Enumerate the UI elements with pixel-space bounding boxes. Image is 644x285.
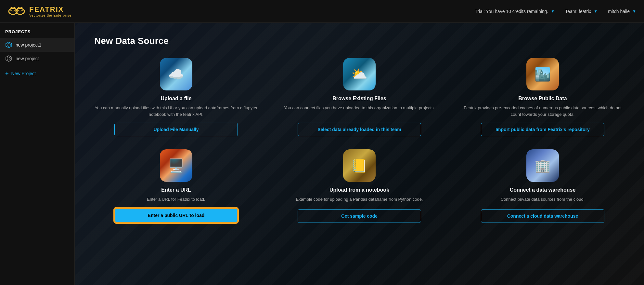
project-icon-active <box>5 41 12 48</box>
upload-file-icon: ☁️ <box>160 58 192 90</box>
logo-text: FEATRIX Vectorize the Enterprise <box>29 5 71 17</box>
app-header: FEATRIX Vectorize the Enterprise Trial: … <box>0 0 644 23</box>
card-title-upload-file: Upload a file <box>161 96 191 102</box>
logo-area: FEATRIX Vectorize the Enterprise <box>8 3 71 20</box>
team-text: Team: featrix <box>565 9 591 14</box>
card-desc-connect-warehouse: Connect private data sources from the cl… <box>501 196 585 204</box>
header-right: Trial: You have 10 credits remaining. ▼ … <box>475 9 636 14</box>
card-desc-browse-public: Featrix provides pre-encoded caches of n… <box>461 105 625 117</box>
upload-file-button[interactable]: Upload File Manually <box>114 123 238 136</box>
featrix-logo-icon <box>8 3 25 20</box>
card-browse-existing: ⛅ Browse Existing Files You can connect … <box>277 58 441 136</box>
trial-info[interactable]: Trial: You have 10 credits remaining. ▼ <box>475 9 555 14</box>
svg-marker-6 <box>6 56 12 61</box>
card-desc-upload-file: You can manually upload files with this … <box>94 105 258 117</box>
card-upload-notebook: 📒 Upload from a notebook Example code fo… <box>277 149 441 223</box>
sidebar-item-new-project1[interactable]: new project1 <box>0 38 74 52</box>
card-title-browse-public: Browse Public Data <box>518 96 567 102</box>
card-browse-public: 🏙️ Browse Public Data Featrix provides p… <box>461 58 625 136</box>
page-title: New Data Source <box>94 36 625 46</box>
sidebar-item-new-project[interactable]: new project <box>0 52 74 65</box>
user-info[interactable]: mitch haile ▼ <box>608 9 636 14</box>
card-connect-warehouse: 🏢 Connect a data warehouse Connect priva… <box>461 149 625 223</box>
user-text: mitch haile <box>608 9 630 14</box>
sidebar: PROJECTS new project1 new project + New … <box>0 23 75 285</box>
enter-url-button[interactable]: Enter a public URL to load <box>114 208 238 223</box>
main-content: New Data Source ☁️ Upload a file You can… <box>75 23 644 285</box>
card-icon-upload-file: ☁️ <box>160 58 192 90</box>
svg-marker-4 <box>6 42 12 48</box>
card-title-enter-url: Enter a URL <box>161 187 191 193</box>
card-title-connect-warehouse: Connect a data warehouse <box>510 187 576 193</box>
card-desc-upload-notebook: Example code for uploading a Pandas data… <box>296 196 423 204</box>
app-body: PROJECTS new project1 new project + New … <box>0 23 644 285</box>
svg-marker-5 <box>7 43 10 47</box>
browse-public-icon: 🏙️ <box>526 58 559 90</box>
card-icon-enter-url: 🖥️ <box>160 149 192 182</box>
trial-text: Trial: You have 10 credits remaining. <box>475 9 548 14</box>
card-icon-upload-notebook: 📒 <box>343 149 376 182</box>
logo-subtitle: Vectorize the Enterprise <box>29 14 71 17</box>
connect-warehouse-icon: 🏢 <box>526 149 559 182</box>
card-icon-connect-warehouse: 🏢 <box>526 149 559 182</box>
user-dropdown-icon[interactable]: ▼ <box>632 9 636 14</box>
card-title-upload-notebook: Upload from a notebook <box>329 187 389 193</box>
sidebar-item-label: new project <box>16 56 39 61</box>
browse-existing-icon: ⛅ <box>343 58 376 90</box>
enter-url-icon: 🖥️ <box>160 149 192 182</box>
card-icon-browse-existing: ⛅ <box>343 58 376 90</box>
card-grid: ☁️ Upload a file You can manually upload… <box>94 58 625 223</box>
sidebar-item-label: new project1 <box>16 42 41 48</box>
trial-dropdown-icon[interactable]: ▼ <box>551 9 555 14</box>
team-info[interactable]: Team: featrix ▼ <box>565 9 598 14</box>
card-upload-file: ☁️ Upload a file You can manually upload… <box>94 58 258 136</box>
new-project-label: New Project <box>11 71 36 76</box>
card-desc-browse-existing: You can connect files you have uploaded … <box>284 105 435 117</box>
connect-warehouse-button[interactable]: Connect a cloud data warehouse <box>481 209 604 223</box>
browse-existing-button[interactable]: Select data already loaded in this team <box>298 123 421 136</box>
card-enter-url: 🖥️ Enter a URL Enter a URL for Featrix t… <box>94 149 258 223</box>
card-title-browse-existing: Browse Existing Files <box>332 96 386 102</box>
team-dropdown-icon[interactable]: ▼ <box>594 9 598 14</box>
browse-public-button[interactable]: Import public data from Featrix's reposi… <box>481 123 604 136</box>
card-icon-browse-public: 🏙️ <box>526 58 559 90</box>
upload-notebook-button[interactable]: Get sample code <box>298 209 421 223</box>
upload-notebook-icon: 📒 <box>343 149 376 182</box>
project-icon <box>5 55 12 62</box>
new-project-plus-icon: + <box>5 70 9 77</box>
new-project-button[interactable]: + New Project <box>0 65 74 81</box>
card-desc-enter-url: Enter a URL for Featrix to load. <box>147 196 205 203</box>
logo-title: FEATRIX <box>29 5 71 14</box>
sidebar-section-title: PROJECTS <box>0 29 74 38</box>
svg-marker-7 <box>7 57 10 60</box>
